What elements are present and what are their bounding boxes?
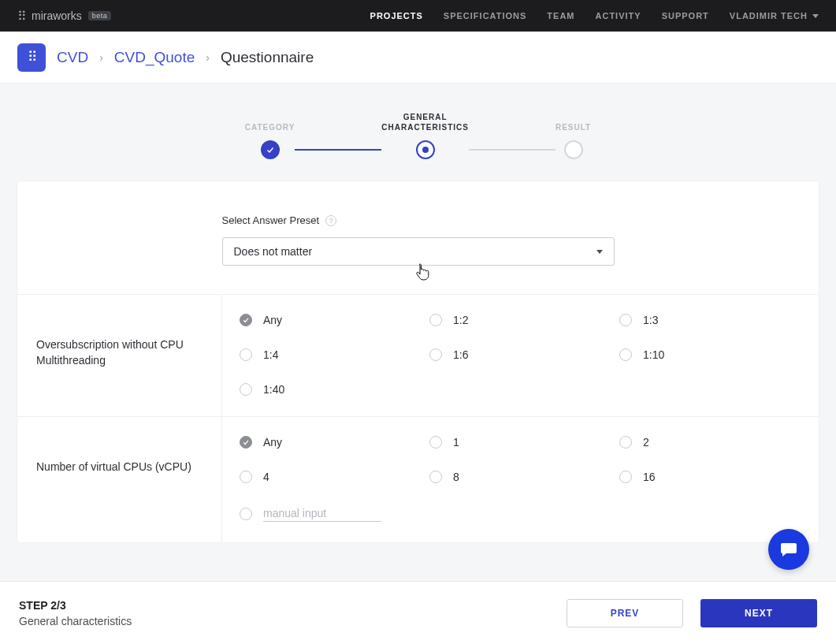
nav-item-specifications[interactable]: SPECIFICATIONS (444, 11, 526, 20)
option-1-4[interactable]: 1:4 (240, 348, 422, 361)
questionnaire-card: Select Answer Preset ? Does not matter O… (17, 181, 819, 542)
option-label: 1:2 (453, 314, 468, 326)
option-label: 1:40 (263, 383, 284, 396)
nav-items: PROJECTS SPECIFICATIONS TEAM ACTIVITY SU… (370, 11, 819, 20)
breadcrumb-bar: ⠿ CVD › CVD_Quote › Questionnaire (0, 32, 836, 84)
step-label: RESULT (555, 122, 591, 132)
preset-select-value: Does not matter (234, 245, 313, 258)
top-nav: ⠿ miraworks beta PROJECTS SPECIFICATIONS… (0, 0, 836, 32)
chat-icon (779, 540, 798, 559)
option-label: 1:3 (643, 314, 658, 326)
option-16[interactable]: 16 (619, 471, 801, 483)
radio-icon (619, 348, 632, 361)
question-row: Number of virtual CPUs (vCPU) Any 1 2 4 … (17, 416, 819, 542)
breadcrumb-link-1[interactable]: CVD (57, 49, 88, 66)
stepper: CATEGORY GENERALCHARACTERISTICS RESULT (0, 84, 836, 181)
nav-item-support[interactable]: SUPPORT (662, 11, 709, 20)
nav-item-activity[interactable]: ACTIVITY (596, 11, 641, 20)
option-8[interactable]: 8 (429, 471, 611, 483)
question-label: Number of virtual CPUs (vCPU) (17, 417, 222, 542)
step-connector (295, 149, 381, 151)
step-category[interactable]: CATEGORY (245, 122, 295, 159)
option-label: 8 (453, 471, 459, 483)
question-options: Any 1:2 1:3 1:4 1:6 1:10 (222, 295, 819, 416)
radio-icon (619, 314, 632, 326)
option-1-40[interactable]: 1:40 (240, 383, 422, 396)
breadcrumb-link-2[interactable]: CVD_Quote (114, 49, 195, 66)
option-2[interactable]: 2 (619, 436, 801, 449)
svg-point-0 (785, 547, 787, 549)
radio-icon (240, 348, 252, 361)
brand-logo-icon: ⠿ (17, 9, 25, 24)
radio-checked-icon (240, 314, 252, 326)
step-result[interactable]: RESULT (555, 122, 591, 159)
option-manual[interactable] (240, 505, 422, 522)
next-button[interactable]: NEXT (700, 599, 817, 627)
option-1[interactable]: 1 (429, 436, 611, 449)
option-1-3[interactable]: 1:3 (619, 314, 801, 326)
step-dot-done (261, 140, 280, 159)
brand-name: miraworks (32, 9, 82, 22)
step-dot-active (416, 140, 435, 159)
step-connector (469, 149, 555, 151)
grid-icon: ⠿ (28, 49, 36, 65)
option-label: 1:4 (263, 348, 278, 361)
footer-bar: STEP 2/3 General characteristics PREV NE… (0, 581, 836, 644)
option-label: 2 (643, 436, 649, 449)
radio-icon (619, 471, 632, 483)
option-label: 16 (643, 471, 656, 483)
radio-icon (619, 436, 632, 449)
brand: ⠿ miraworks beta (17, 9, 111, 24)
svg-point-2 (790, 547, 793, 549)
radio-icon (240, 508, 252, 520)
option-1-2[interactable]: 1:2 (429, 314, 611, 326)
question-options: Any 1 2 4 8 16 (222, 417, 819, 542)
option-4[interactable]: 4 (240, 471, 422, 483)
breadcrumb-current: Questionnaire (221, 49, 314, 66)
chevron-right-icon: › (206, 51, 210, 64)
radio-icon (429, 436, 442, 449)
option-label: Any (263, 436, 282, 449)
radio-icon (429, 348, 442, 361)
prev-button[interactable]: PREV (567, 599, 683, 627)
breadcrumb-app-icon[interactable]: ⠿ (17, 43, 46, 72)
step-general-characteristics[interactable]: GENERALCHARACTERISTICS (381, 112, 469, 159)
nav-item-projects[interactable]: PROJECTS (370, 11, 423, 20)
option-any[interactable]: Any (240, 436, 422, 449)
preset-select[interactable]: Does not matter (222, 237, 615, 266)
chevron-right-icon: › (99, 51, 103, 64)
option-1-6[interactable]: 1:6 (429, 348, 611, 361)
help-icon[interactable]: ? (325, 215, 336, 226)
radio-icon (240, 383, 252, 396)
option-label: 1:6 (453, 348, 468, 361)
radio-icon (429, 471, 442, 483)
option-any[interactable]: Any (240, 314, 422, 326)
preset-label: Select Answer Preset (222, 214, 320, 226)
option-label: 4 (263, 471, 269, 483)
option-label: 1:10 (643, 348, 664, 361)
option-1-10[interactable]: 1:10 (619, 348, 801, 361)
radio-checked-icon (240, 436, 252, 449)
step-label: CATEGORY (245, 122, 295, 132)
chevron-down-icon (596, 250, 603, 254)
step-dot-upcoming (564, 140, 583, 159)
chat-fab[interactable] (768, 529, 809, 570)
brand-badge: beta (88, 11, 112, 20)
radio-icon (240, 471, 252, 483)
manual-input-field[interactable] (263, 505, 381, 522)
svg-point-1 (788, 547, 790, 549)
footer-step-info: STEP 2/3 General characteristics (19, 599, 132, 627)
preset-section: Select Answer Preset ? Does not matter (17, 181, 819, 294)
question-row: Oversubscription without CPU Multithread… (17, 294, 819, 416)
nav-user-menu[interactable]: VLADIMIR TECH (730, 11, 819, 20)
nav-user-name: VLADIMIR TECH (730, 11, 808, 20)
option-label: Any (263, 314, 282, 326)
radio-icon (429, 314, 442, 326)
footer-step-name: General characteristics (19, 615, 132, 627)
option-label: 1 (453, 436, 459, 449)
step-label: GENERALCHARACTERISTICS (381, 112, 469, 132)
chevron-down-icon (812, 14, 819, 18)
nav-item-team[interactable]: TEAM (547, 11, 574, 20)
question-label: Oversubscription without CPU Multithread… (17, 295, 222, 416)
footer-step-count: STEP 2/3 (19, 599, 132, 612)
